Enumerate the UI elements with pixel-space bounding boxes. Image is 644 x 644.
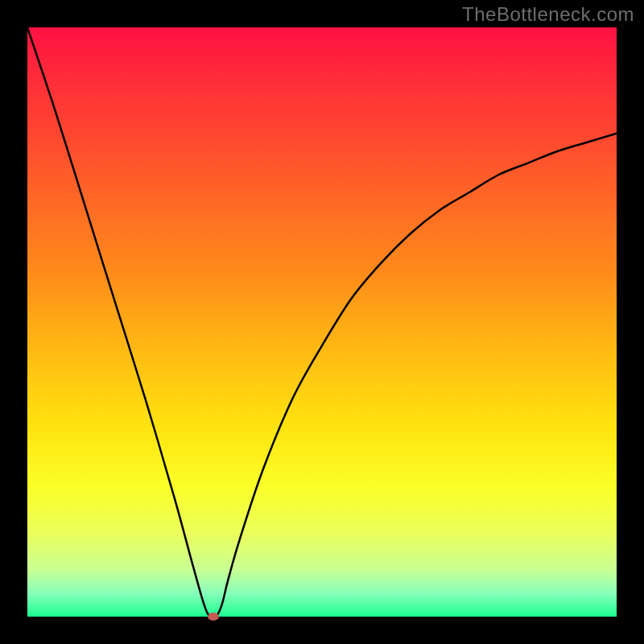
plot-area	[27, 27, 617, 617]
optimal-point-marker	[208, 613, 219, 621]
watermark-text: TheBottleneck.com	[462, 3, 634, 26]
chart-frame: TheBottleneck.com	[0, 0, 644, 644]
bottleneck-curve	[27, 27, 617, 617]
